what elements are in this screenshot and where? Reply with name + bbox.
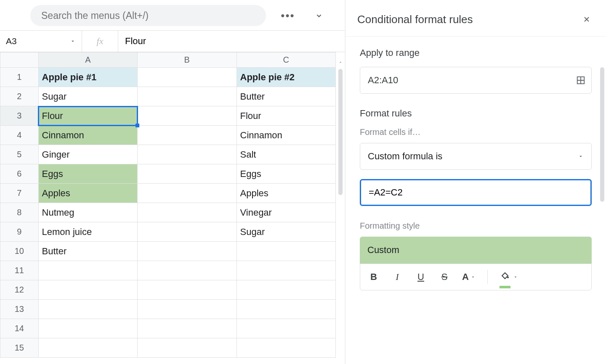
cell-C6[interactable]: Eggs	[237, 164, 336, 184]
cell-C10[interactable]	[237, 242, 336, 261]
cell-C11[interactable]	[237, 261, 336, 280]
cell-A4[interactable]: Cinnamon	[38, 126, 137, 145]
table-row: 10Butter	[0, 242, 336, 261]
cell-B5[interactable]	[138, 145, 237, 164]
col-header-A[interactable]: A	[38, 53, 137, 68]
condition-select-value: Custom formula is	[368, 151, 442, 162]
cell-A7[interactable]: Apples	[38, 184, 137, 203]
cell-A8[interactable]: Nutmeg	[38, 203, 137, 222]
cell-A3[interactable]: Flour	[38, 106, 137, 126]
cell-A11[interactable]	[38, 261, 137, 280]
collapse-toolbar-button[interactable]	[310, 6, 328, 25]
cell-B10[interactable]	[138, 242, 237, 261]
apply-range-field[interactable]: A2:A10	[360, 67, 592, 94]
row-header[interactable]: 9	[0, 222, 39, 242]
cell-B11[interactable]	[138, 261, 237, 280]
cell-C7[interactable]: Apples	[237, 184, 336, 203]
cell-B14[interactable]	[138, 319, 237, 338]
cell-C15[interactable]	[237, 338, 336, 358]
formula-bar[interactable]	[118, 31, 345, 52]
row-header[interactable]: 6	[0, 164, 39, 184]
sidebar-header: Conditional format rules	[346, 0, 606, 37]
caret-down-icon	[470, 274, 476, 280]
select-all-corner[interactable]	[0, 53, 39, 68]
row-header[interactable]: 5	[0, 145, 39, 164]
cell-A9[interactable]: Lemon juice	[38, 222, 137, 242]
scroll-up-arrow-icon[interactable]	[338, 60, 343, 65]
spreadsheet-grid[interactable]: A B C 1Apple pie #1Apple pie #22SugarBut…	[0, 52, 336, 358]
row-header[interactable]: 1	[0, 68, 39, 87]
more-menu-button[interactable]: •••	[279, 6, 297, 25]
underline-button[interactable]: U	[415, 272, 427, 282]
cell-B4[interactable]	[138, 126, 237, 145]
row-header[interactable]: 7	[0, 184, 39, 203]
text-color-button[interactable]: A	[462, 272, 476, 282]
row-header[interactable]: 11	[0, 261, 39, 280]
cell-A5[interactable]: Ginger	[38, 145, 137, 164]
formula-bar-input[interactable]	[124, 35, 339, 47]
cell-A13[interactable]	[38, 300, 137, 319]
italic-button[interactable]: I	[391, 272, 403, 282]
cell-B2[interactable]	[138, 87, 237, 106]
menu-search-input[interactable]	[40, 10, 256, 22]
cell-C14[interactable]	[237, 319, 336, 338]
scroll-thumb[interactable]	[338, 69, 343, 195]
row-header[interactable]: 12	[0, 280, 39, 300]
custom-formula-input[interactable]	[368, 187, 584, 198]
cell-A2[interactable]: Sugar	[38, 87, 137, 106]
close-icon	[582, 15, 591, 24]
cell-A15[interactable]	[38, 338, 137, 358]
cell-A6[interactable]: Eggs	[38, 164, 137, 184]
cell-B13[interactable]	[138, 300, 237, 319]
cell-C9[interactable]: Sugar	[237, 222, 336, 242]
cell-C3[interactable]: Flour	[237, 106, 336, 126]
cell-C13[interactable]	[237, 300, 336, 319]
condition-select[interactable]: Custom formula is	[360, 143, 592, 170]
fill-color-button[interactable]	[500, 271, 518, 283]
grid-scroll-area[interactable]: A B C 1Apple pie #1Apple pie #22SugarBut…	[0, 52, 345, 364]
menu-search[interactable]	[30, 5, 266, 26]
bold-button[interactable]: B	[368, 272, 380, 282]
svg-point-1	[507, 277, 509, 278]
cell-B12[interactable]	[138, 280, 237, 300]
strikethrough-button[interactable]: S	[439, 272, 450, 282]
name-box[interactable]: A3	[0, 31, 82, 52]
table-row: 11	[0, 261, 336, 280]
cell-C1[interactable]: Apple pie #2	[237, 68, 336, 87]
row-header[interactable]: 10	[0, 242, 39, 261]
cell-C2[interactable]: Butter	[237, 87, 336, 106]
cell-A10[interactable]: Butter	[38, 242, 137, 261]
row-header[interactable]: 15	[0, 338, 39, 358]
cell-C4[interactable]: Cinnamon	[237, 126, 336, 145]
row-header[interactable]: 14	[0, 319, 39, 338]
grid-vertical-scrollbar[interactable]	[337, 69, 344, 364]
select-range-icon[interactable]	[576, 76, 585, 85]
close-sidebar-button[interactable]	[579, 12, 594, 27]
col-header-B[interactable]: B	[138, 53, 237, 68]
cell-B9[interactable]	[138, 222, 237, 242]
cell-C5[interactable]: Salt	[237, 145, 336, 164]
custom-formula-field[interactable]	[360, 179, 592, 206]
chevron-down-icon	[314, 11, 324, 20]
row-header[interactable]: 3	[0, 106, 39, 126]
cell-B7[interactable]	[138, 184, 237, 203]
table-row: 14	[0, 319, 336, 338]
row-header[interactable]: 13	[0, 300, 39, 319]
cell-B15[interactable]	[138, 338, 237, 358]
cell-A14[interactable]	[38, 319, 137, 338]
cell-C8[interactable]: Vinegar	[237, 203, 336, 222]
row-header[interactable]: 8	[0, 203, 39, 222]
sidebar-scrollbar[interactable]	[600, 67, 604, 202]
col-header-C[interactable]: C	[237, 53, 336, 68]
cell-B1[interactable]	[138, 68, 237, 87]
cell-B6[interactable]	[138, 164, 237, 184]
cell-A12[interactable]	[38, 280, 137, 300]
cell-B8[interactable]	[138, 203, 237, 222]
formatting-style-preview[interactable]: Custom	[360, 237, 592, 264]
cell-B3[interactable]	[138, 106, 237, 126]
row-header[interactable]: 2	[0, 87, 39, 106]
table-row: 15	[0, 338, 336, 358]
cell-A1[interactable]: Apple pie #1	[38, 68, 137, 87]
row-header[interactable]: 4	[0, 126, 39, 145]
cell-C12[interactable]	[237, 280, 336, 300]
